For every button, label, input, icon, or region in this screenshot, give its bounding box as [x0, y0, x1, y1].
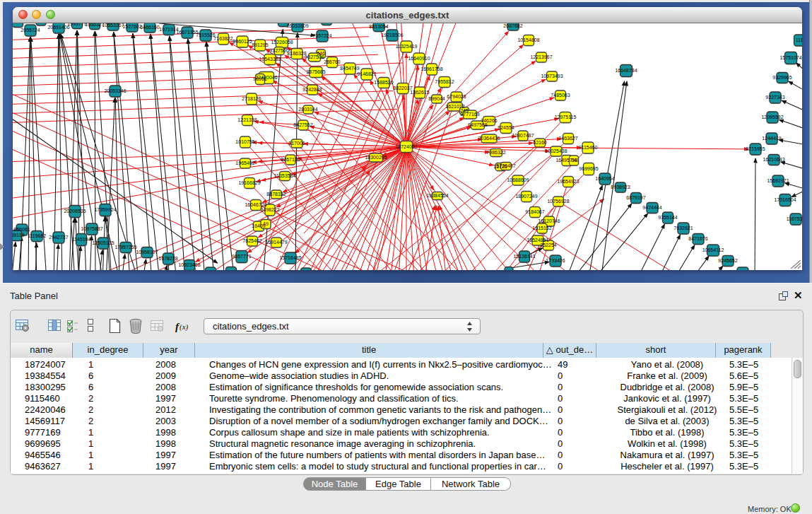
- svg-text:1678278: 1678278: [158, 256, 177, 261]
- svg-text:9657771: 9657771: [232, 254, 251, 259]
- svg-text:1221338: 1221338: [237, 117, 257, 122]
- svg-text:11353584: 11353584: [274, 173, 296, 178]
- svg-text:111: 111: [796, 37, 802, 42]
- svg-text:1965492: 1965492: [235, 160, 254, 165]
- svg-text:899044: 899044: [428, 96, 445, 101]
- svg-text:5720407: 5720407: [496, 163, 515, 168]
- svg-text:8454749: 8454749: [340, 66, 359, 71]
- svg-text:7163822: 7163822: [213, 36, 233, 41]
- svg-text:10553267: 10553267: [102, 23, 124, 28]
- svg-text:8186328: 8186328: [287, 51, 306, 56]
- svg-text:9184067: 9184067: [525, 209, 544, 214]
- svg-text:04: 04: [571, 158, 577, 163]
- svg-text:9327506: 9327506: [305, 54, 324, 59]
- svg-text:7986322: 7986322: [486, 150, 505, 155]
- svg-text:7955812: 7955812: [435, 79, 454, 84]
- svg-text:3498222: 3498222: [260, 207, 279, 212]
- svg-text:12213967: 12213967: [530, 54, 552, 59]
- svg-text:9242848: 9242848: [302, 87, 322, 92]
- svg-text:252254: 252254: [540, 243, 556, 247]
- svg-text:11325419: 11325419: [396, 44, 418, 49]
- svg-text:16640910: 16640910: [408, 56, 430, 61]
- svg-text:10975887: 10975887: [81, 226, 102, 231]
- svg-text:15716485: 15716485: [279, 255, 301, 260]
- svg-text:10688609: 10688609: [507, 177, 529, 182]
- svg-text:1167533: 1167533: [787, 216, 802, 221]
- svg-text:16033809: 16033809: [286, 23, 308, 28]
- svg-text:1993779: 1993779: [67, 23, 86, 26]
- svg-text:19218506: 19218506: [381, 33, 403, 37]
- svg-text:1615152: 1615152: [532, 226, 551, 230]
- svg-text:1010755: 1010755: [235, 139, 254, 144]
- svg-text:17016504: 17016504: [774, 197, 796, 202]
- svg-text:6794028: 6794028: [447, 94, 466, 99]
- svg-text:1733426: 1733426: [546, 258, 565, 263]
- svg-text:16210643: 16210643: [763, 157, 784, 162]
- svg-text:9355144: 9355144: [658, 215, 677, 220]
- svg-text:9329965: 9329965: [772, 75, 792, 80]
- svg-text:17359924: 17359924: [94, 207, 116, 212]
- svg-text:8813054: 8813054: [369, 24, 388, 29]
- svg-text:18300295: 18300295: [365, 155, 387, 160]
- svg-text:10154808: 10154808: [517, 37, 539, 42]
- svg-text:10973493: 10973493: [541, 74, 563, 78]
- svg-text:8267130: 8267130: [281, 157, 300, 162]
- svg-text:8960125: 8960125: [233, 39, 252, 44]
- svg-text:15136141: 15136141: [513, 254, 535, 259]
- svg-text:9474444: 9474444: [642, 205, 661, 210]
- svg-text:9227343: 9227343: [765, 95, 784, 100]
- svg-text:10923468: 10923468: [178, 262, 200, 267]
- svg-text:9777169: 9777169: [460, 112, 479, 117]
- svg-text:10756928: 10756928: [547, 199, 569, 204]
- svg-text:824554: 824554: [498, 125, 514, 130]
- svg-text:1145194: 1145194: [72, 237, 91, 242]
- svg-text:18524851: 18524851: [526, 238, 548, 243]
- svg-text:16671355: 16671355: [176, 30, 198, 35]
- svg-text:2055724: 2055724: [20, 28, 40, 33]
- svg-text:7632621: 7632621: [673, 226, 693, 230]
- svg-text:1527602: 1527602: [122, 24, 141, 29]
- svg-text:9327500: 9327500: [269, 48, 288, 53]
- svg-text:7625402: 7625402: [242, 238, 261, 243]
- svg-text:855061: 855061: [13, 227, 30, 232]
- svg-text:(x): (x): [180, 322, 189, 332]
- svg-text:7515526: 7515526: [196, 33, 215, 37]
- svg-text:15692971: 15692971: [767, 178, 789, 183]
- svg-text:16961758: 16961758: [420, 66, 442, 71]
- svg-text:1640954: 1640954: [595, 176, 614, 181]
- svg-text:9146821: 9146821: [357, 71, 376, 76]
- svg-text:15226058: 15226058: [271, 40, 293, 45]
- svg-text:19384554: 19384554: [426, 193, 448, 198]
- svg-text:1588520: 1588520: [374, 80, 393, 85]
- svg-text:2718126: 2718126: [242, 96, 261, 101]
- svg-text:939119: 939119: [13, 233, 25, 238]
- svg-text:19654923: 19654923: [557, 179, 579, 184]
- svg-text:18724007: 18724007: [395, 144, 417, 149]
- svg-text:8938923: 8938923: [611, 185, 630, 189]
- svg-text:8471676: 8471676: [688, 236, 707, 241]
- svg-text:62160: 62160: [533, 140, 547, 145]
- svg-text:12095582: 12095582: [761, 115, 783, 119]
- svg-text:20053346: 20053346: [104, 88, 126, 93]
- svg-text:1115682: 1115682: [28, 233, 46, 238]
- svg-text:2087682: 2087682: [503, 23, 522, 28]
- svg-text:9463627: 9463627: [558, 136, 577, 141]
- svg-text:7485063: 7485063: [551, 93, 570, 98]
- svg-text:10807487: 10807487: [512, 133, 534, 138]
- svg-text:16046726: 16046726: [245, 202, 266, 207]
- svg-text:7357224: 7357224: [312, 33, 331, 38]
- svg-text:20364436: 20364436: [478, 136, 500, 141]
- svg-text:15751074: 15751074: [779, 55, 801, 60]
- svg-text:18907249: 18907249: [515, 194, 537, 199]
- svg-text:10654112: 10654112: [702, 247, 724, 252]
- svg-text:16914479: 16914479: [265, 240, 287, 245]
- svg-text:20206535: 20206535: [64, 209, 86, 214]
- svg-text:8215955: 8215955: [746, 146, 765, 151]
- svg-text:2803144: 2803144: [298, 107, 317, 112]
- svg-text:3875685: 3875685: [306, 69, 325, 74]
- svg-text:817006: 817006: [288, 141, 305, 146]
- svg-text:20691406: 20691406: [47, 25, 69, 30]
- svg-text:1362615: 1362615: [410, 90, 429, 95]
- svg-text:49: 49: [263, 221, 269, 226]
- svg-text:10958107: 10958107: [136, 250, 158, 255]
